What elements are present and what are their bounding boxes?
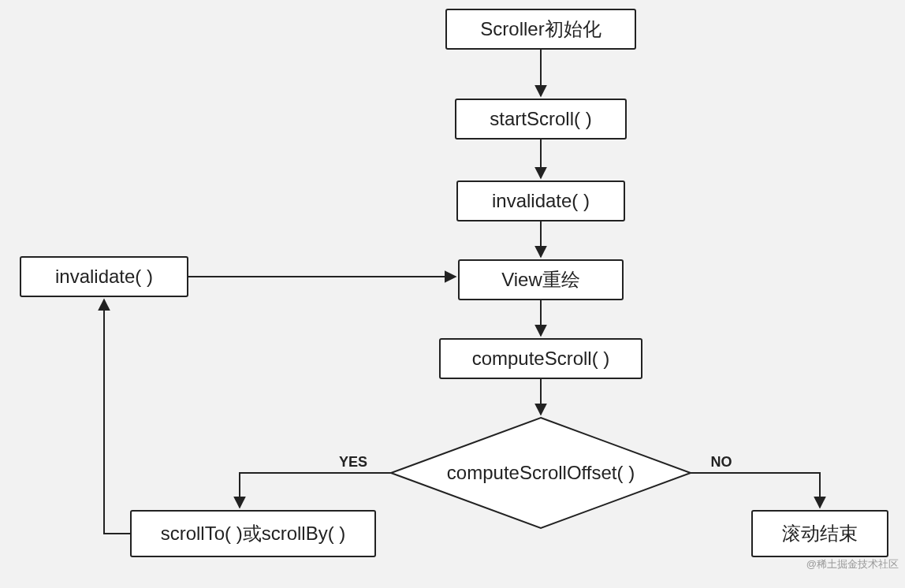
node-scrolltoby: scrollTo( )或scrollBy( ) [131,511,375,556]
edge-scrolltoby-invalidateleft [104,300,131,534]
edge-yes-label: YES [339,454,367,470]
node-decision-label: computeScrollOffset( ) [447,462,635,483]
edge-no-label: NO [711,454,732,470]
node-computescroll-label: computeScroll( ) [472,348,610,369]
edge-no [691,473,820,508]
node-startscroll-label: startScroll( ) [490,108,591,129]
node-end: 滚动结束 [752,511,888,556]
edge-yes [240,473,391,508]
node-decision: computeScrollOffset( ) [391,418,691,528]
node-invalidate-center: invalidate( ) [457,181,624,221]
node-scroller-init: Scroller初始化 [446,9,635,49]
node-end-label: 滚动结束 [782,523,858,544]
node-startscroll: startScroll( ) [456,99,626,139]
node-invalidate-left-label: invalidate( ) [55,266,153,287]
node-invalidate-center-label: invalidate( ) [492,190,590,211]
node-view-redraw: View重绘 [459,260,623,300]
node-scroller-init-label: Scroller初始化 [480,18,601,39]
node-view-redraw-label: View重绘 [501,269,580,290]
node-scrolltoby-label: scrollTo( )或scrollBy( ) [161,523,346,544]
watermark: @稀土掘金技术社区 [806,558,899,570]
node-computescroll: computeScroll( ) [440,339,642,378]
node-invalidate-left: invalidate( ) [20,257,188,296]
